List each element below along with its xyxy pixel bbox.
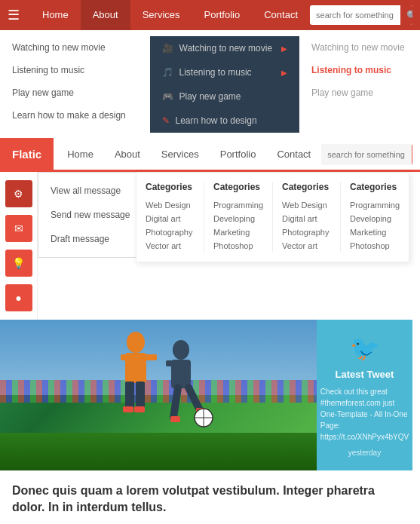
top-nav-portfolio[interactable]: Portfolio [192, 0, 253, 30]
category-item[interactable]: Developing [350, 212, 400, 225]
dropdown-item-highlighted[interactable]: Listening to music [299, 59, 420, 81]
music-icon: 🎵 [162, 67, 173, 78]
svg-rect-10 [166, 360, 178, 366]
dropdown-plain: Watching to new movie Listening to music… [0, 36, 150, 133]
category-header: Categories [146, 182, 195, 192]
category-item[interactable]: Photography [146, 225, 195, 239]
dropdown-item[interactable]: Watching to new movie [299, 36, 420, 59]
category-item[interactable]: Web Design [146, 198, 195, 212]
twitter-title: Latest Tweet [336, 369, 394, 380]
category-col-3: Categories Web Design Digital art Photog… [273, 182, 341, 253]
design-icon: ✎ [162, 115, 170, 126]
flatic-nav-home[interactable]: Home [57, 138, 104, 171]
film-icon: 🎥 [162, 43, 173, 54]
category-item[interactable]: Photoshop [213, 239, 263, 253]
svg-rect-6 [123, 406, 133, 412]
flatic-search-box: 🔍 [321, 144, 412, 165]
dropdown-item[interactable]: Learn how to make a design [0, 104, 150, 127]
dropdown-highlight: Watching to new movie Listening to music… [299, 36, 420, 133]
top-search-input[interactable] [310, 11, 400, 20]
category-item[interactable]: Programming [213, 198, 263, 212]
category-header: Categories [282, 182, 331, 192]
category-item[interactable]: Marketing [213, 225, 263, 239]
dropdown-item[interactable]: Play new game [0, 81, 150, 104]
category-header: Categories [213, 182, 263, 192]
svg-rect-5 [136, 382, 145, 408]
content-area: ⚙ ✉ 💡 ● View all message Send new messag… [0, 172, 420, 320]
svg-rect-7 [134, 406, 145, 412]
svg-rect-2 [121, 354, 134, 360]
blog-content: Donec quis quam a lorem volutpat vestibu… [0, 470, 420, 524]
dropdown-dark-item[interactable]: 🎮 Play new game [150, 84, 300, 109]
soccer-players-svg [75, 327, 226, 448]
flatic-nav-contact[interactable]: Contact [266, 138, 321, 171]
category-item[interactable]: Web Design [282, 198, 331, 212]
svg-point-0 [127, 332, 145, 353]
flatic-nav-about[interactable]: About [104, 138, 151, 171]
flatic-search-input[interactable] [321, 150, 412, 159]
blog-featured-image [0, 320, 317, 470]
dropdown-area: Watching to new movie Listening to music… [0, 30, 420, 139]
category-item[interactable]: Developing [213, 212, 263, 225]
svg-rect-13 [170, 416, 180, 422]
top-search-button[interactable]: 🔍 [400, 5, 412, 25]
chevron-icon: ▶ [281, 44, 287, 53]
svg-point-8 [173, 340, 189, 360]
sidebar-location-icon[interactable]: ● [5, 284, 32, 311]
category-item[interactable]: Photoshop [350, 239, 400, 253]
category-col-2: Categories Programming Developing Market… [204, 182, 273, 253]
twitter-box: 🐦 Latest Tweet Check out this great #the… [317, 320, 412, 470]
blog-area: 🐦 Latest Tweet Check out this great #the… [0, 320, 420, 524]
dropdown-dark: 🎥 Watching to new movie ▶ 🎵 Listening to… [150, 36, 300, 133]
category-col-1: Categories Web Design Digital art Photog… [136, 182, 204, 253]
dropdown-item[interactable]: Listening to music [0, 59, 150, 81]
top-nav-about[interactable]: About [81, 0, 130, 30]
blog-image-row: 🐦 Latest Tweet Check out this great #the… [0, 320, 420, 470]
flatic-brand: Flatic [0, 138, 54, 171]
sidebar-gear-icon[interactable]: ⚙ [5, 180, 32, 207]
category-col-4: Categories Programming Developing Market… [341, 182, 409, 253]
hamburger-icon[interactable]: ☰ [8, 7, 20, 23]
svg-rect-3 [143, 354, 157, 360]
category-item[interactable]: Digital art [282, 212, 331, 225]
top-nav-home[interactable]: Home [30, 0, 81, 30]
blog-title: Donec quis quam a lorem volutpat vestibu… [12, 483, 408, 516]
flatic-search-button[interactable]: 🔍 [412, 144, 412, 165]
flatic-navbar: Flatic Home About Services Portfolio Con… [0, 139, 420, 172]
twitter-bird-icon: 🐦 [350, 334, 380, 363]
chevron-icon: ▶ [281, 69, 287, 77]
category-item[interactable]: Photography [282, 225, 331, 239]
categories-mega-menu: Categories Web Design Digital art Photog… [136, 172, 409, 262]
top-navbar: ☰ Home About Services Portfolio Contact … [0, 0, 420, 30]
svg-line-11 [173, 388, 178, 418]
category-item[interactable]: Digital art [146, 212, 195, 225]
dropdown-dark-item[interactable]: 🎵 Listening to music ▶ [150, 60, 300, 84]
twitter-text: Check out this great #themeforest.com ju… [320, 386, 409, 443]
top-nav-links: Home About Services Portfolio Contact [30, 0, 310, 30]
top-nav-services[interactable]: Services [130, 0, 192, 30]
svg-line-12 [189, 388, 200, 410]
category-item[interactable]: Programming [350, 198, 400, 212]
category-item[interactable]: Marketing [350, 225, 400, 239]
flatic-nav-portfolio[interactable]: Portfolio [210, 138, 267, 171]
flatic-nav-services[interactable]: Services [151, 138, 210, 171]
dropdown-dark-item[interactable]: ✎ Learn how to design [150, 109, 300, 133]
category-header: Categories [350, 182, 400, 192]
category-item[interactable]: Vector art [146, 239, 195, 253]
sidebar-envelope-icon[interactable]: ✉ [5, 215, 32, 242]
top-search-box: 🔍 [310, 5, 412, 25]
dropdown-item[interactable]: Play new game [299, 81, 420, 104]
top-nav-contact[interactable]: Contact [252, 0, 310, 30]
sidebar: ⚙ ✉ 💡 ● [0, 172, 38, 320]
category-item[interactable]: Vector art [282, 239, 331, 253]
dropdown-dark-item[interactable]: 🎥 Watching to new movie ▶ [150, 36, 300, 60]
sidebar-lightbulb-icon[interactable]: 💡 [5, 250, 32, 277]
dropdown-item[interactable]: Watching to new movie [0, 36, 150, 59]
game-icon: 🎮 [162, 91, 173, 102]
svg-rect-4 [125, 382, 134, 408]
twitter-time: yesterday [348, 449, 381, 457]
